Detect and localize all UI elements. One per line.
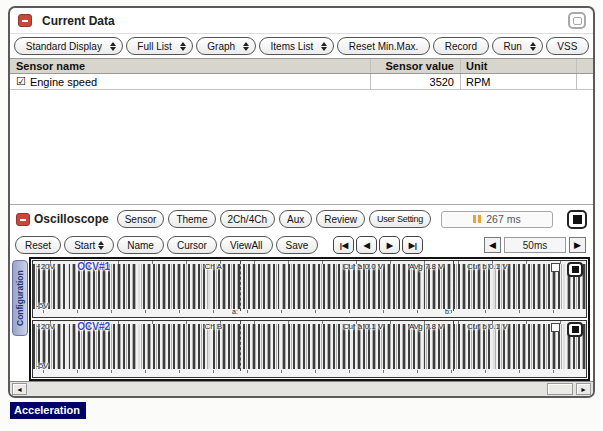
ch1-tick-row: a: b: (33, 310, 586, 317)
sensor-table-header: Sensor name Sensor value Unit (10, 58, 593, 74)
ch1-id-label: OCV#1 (77, 261, 110, 272)
scope-channel-2: +20V OCV#2 Ch B Cur a 0.1 V Avg 7.8 V Cu… (32, 320, 587, 378)
scope-display: +20V OCV#1 Ch A Cur a 0.0 V Avg 7.8 V Cu… (29, 257, 590, 381)
table-gutter (577, 59, 593, 73)
ch1-menu-button[interactable] (567, 262, 583, 277)
main-window: Current Data Standard Display Full List … (8, 6, 595, 398)
view-mode-dropdown[interactable]: Graph (196, 37, 256, 55)
ch2-tick-row (33, 370, 586, 377)
collapse-panel-icon[interactable] (18, 14, 32, 27)
ch2-vmax-label: +20V (36, 322, 55, 331)
review-button[interactable]: Review (316, 210, 365, 228)
sensor-table: Sensor name Sensor value Unit ☑ Engine s… (10, 58, 593, 90)
timebase-control: ◀ 50ms ▶ (484, 237, 586, 253)
cursor-b-label: b: (445, 308, 451, 315)
time-display-value: 267 ms (486, 213, 520, 225)
oscilloscope-toolbar: Reset Start Name Cursor ViewAll Save |◀ … (10, 233, 593, 257)
playback-controls: |◀ ◀ ▶ ▶| (333, 236, 423, 254)
timebase-value: 50ms (504, 237, 566, 253)
skip-last-button[interactable]: ▶| (402, 236, 423, 254)
col-sensor-name: Sensor name (10, 59, 371, 73)
updown-arrow-icon (321, 42, 327, 51)
channel-count-button[interactable]: 2Ch/4Ch (220, 210, 275, 228)
items-list-dropdown[interactable]: Items List (259, 37, 334, 55)
reset-minmax-button[interactable]: Reset Min.Max. (337, 37, 430, 55)
updown-arrow-icon (530, 42, 536, 51)
theme-button[interactable]: Theme (168, 210, 215, 228)
sensor-name-cell: ☑ Engine speed (10, 74, 371, 89)
cursor-a-line[interactable] (240, 321, 241, 371)
sensor-button[interactable]: Sensor (117, 210, 165, 228)
save-button[interactable]: Save (276, 236, 319, 254)
collapse-panel-icon[interactable] (16, 213, 30, 226)
restore-window-button[interactable] (568, 12, 586, 29)
col-unit: Unit (461, 59, 577, 73)
sensor-name-text: Engine speed (30, 76, 97, 88)
ch1-vmin-label: -5V (36, 301, 48, 310)
reset-button[interactable]: Reset (15, 236, 61, 254)
timebase-increase-button[interactable]: ▶ (569, 237, 586, 253)
ch1-name-label: Ch A (204, 262, 221, 271)
cursor-a-line[interactable] (240, 261, 241, 311)
table-row[interactable]: ☑ Engine speed 3520 RPM (10, 74, 593, 90)
current-data-title: Current Data (42, 14, 115, 28)
aux-button[interactable]: Aux (279, 210, 312, 228)
start-dropdown[interactable]: Start (64, 236, 114, 254)
skip-first-button[interactable]: |◀ (333, 236, 354, 254)
record-button[interactable]: Record (433, 37, 489, 55)
ch2-id-label: OCV#2 (77, 321, 110, 332)
user-setting-button[interactable]: User Setting (369, 210, 431, 228)
time-display: 267 ms (441, 211, 553, 228)
scrollbar-thumb[interactable] (547, 383, 573, 395)
updown-arrow-icon (110, 42, 116, 51)
timebase-decrease-button[interactable]: ◀ (484, 237, 501, 253)
horizontal-scrollbar[interactable]: ◄ ► (10, 381, 593, 396)
sensor-unit-cell: RPM (461, 74, 577, 89)
ch1-avg-value: Avg 7.8 V (409, 262, 444, 271)
col-sensor-value: Sensor value (371, 59, 461, 73)
display-mode-dropdown[interactable]: Standard Display (14, 37, 123, 55)
scope-area: Configuration +20V OCV#1 Ch A Cur a 0.0 … (10, 257, 593, 381)
oscilloscope-title: Oscilloscope (34, 212, 109, 226)
sensor-value-cell: 3520 (371, 74, 461, 89)
table-gutter (577, 74, 593, 89)
status-badge: Acceleration (10, 402, 86, 419)
scope-channel-1: +20V OCV#1 Ch A Cur a 0.0 V Avg 7.8 V Cu… (32, 260, 587, 318)
cursor-a-label: a: (232, 308, 238, 315)
scroll-left-button[interactable]: ◄ (12, 383, 27, 395)
empty-table-area (10, 90, 593, 204)
row-checkbox[interactable]: ☑ (16, 76, 26, 87)
oscilloscope-panel: Oscilloscope Sensor Theme 2Ch/4Ch Aux Re… (10, 204, 593, 396)
ch1-visible-checkbox[interactable] (551, 263, 560, 272)
run-dropdown[interactable]: Run (492, 37, 543, 55)
oscilloscope-titlebar: Oscilloscope Sensor Theme 2Ch/4Ch Aux Re… (10, 205, 593, 233)
viewall-button[interactable]: ViewAll (220, 236, 273, 254)
cursor-b-line[interactable] (453, 261, 454, 311)
updown-arrow-icon (98, 241, 104, 250)
configuration-tab[interactable]: Configuration (12, 260, 28, 336)
vss-button[interactable]: VSS (546, 37, 589, 55)
list-mode-dropdown[interactable]: Full List (126, 37, 193, 55)
ch1-vmax-label: +20V (36, 262, 55, 271)
ch2-cursor-b-value: Cur b 0.1 V (467, 322, 507, 331)
current-data-toolbar: Standard Display Full List Graph Items L… (10, 34, 593, 58)
updown-arrow-icon (243, 42, 249, 51)
timer-icon (473, 215, 481, 223)
stop-square-button[interactable] (567, 210, 587, 229)
ch2-cursor-a-value: Cur a 0.1 V (343, 322, 383, 331)
name-button[interactable]: Name (117, 236, 164, 254)
ch2-vmin-label: -5V (36, 361, 48, 370)
updown-arrow-icon (180, 42, 186, 51)
ch2-visible-checkbox[interactable] (551, 323, 560, 332)
step-forward-button[interactable]: ▶ (379, 236, 400, 254)
ch1-cursor-b-value: Cur b 0.1 V (467, 262, 507, 271)
ch1-cursor-a-value: Cur a 0.0 V (343, 262, 383, 271)
ch2-name-label: Ch B (204, 322, 222, 331)
current-data-titlebar: Current Data (10, 8, 593, 34)
scroll-right-button[interactable]: ► (576, 383, 591, 395)
cursor-b-line[interactable] (453, 321, 454, 371)
ch2-menu-button[interactable] (567, 322, 583, 337)
ch2-avg-value: Avg 7.8 V (409, 322, 444, 331)
cursor-button[interactable]: Cursor (167, 236, 217, 254)
step-back-button[interactable]: ◀ (356, 236, 377, 254)
